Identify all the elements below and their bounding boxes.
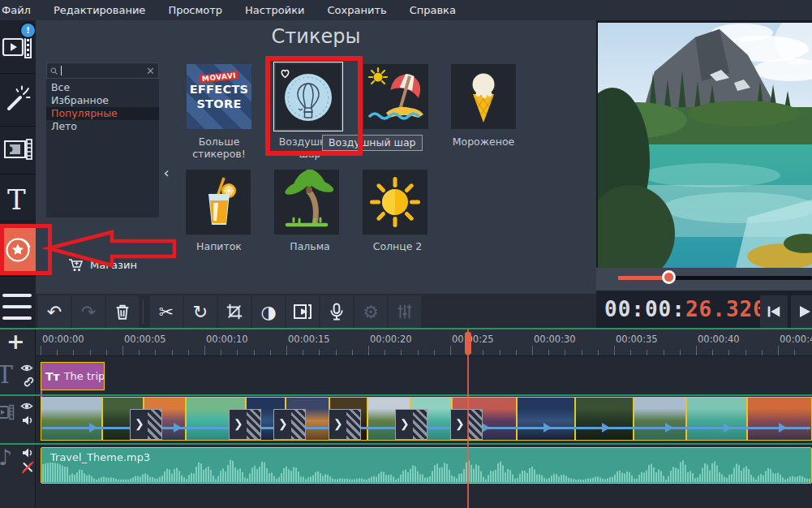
menu-help[interactable]: Справка (398, 4, 467, 16)
crop-icon (226, 303, 243, 321)
slideshow-button[interactable] (286, 295, 319, 328)
transition-chevron-icon: ❯ (333, 417, 343, 430)
clear-search-icon[interactable]: ✕ (146, 66, 155, 76)
timecode-display: 00:00:26.320 (604, 297, 767, 321)
menu-edit[interactable]: Редактирование (42, 4, 157, 16)
transition-badge[interactable]: ❯ (229, 409, 261, 440)
drink-icon (186, 170, 251, 235)
sticker-tile-beach[interactable] (363, 64, 428, 129)
transition-badge[interactable]: ❯ (329, 409, 361, 440)
sticker-tile-sun[interactable] (363, 170, 427, 235)
ruler-tick (336, 350, 337, 355)
crop-button[interactable] (218, 295, 251, 328)
add-track-button[interactable]: + (6, 329, 25, 354)
category-popular[interactable]: Популярные (46, 107, 159, 120)
transition-chevron-icon: ❯ (234, 417, 243, 430)
ruler-tick (319, 350, 320, 355)
skip-start-icon (765, 305, 783, 318)
ruler-tick (516, 350, 517, 355)
video-track-icon (0, 404, 15, 420)
video-clip[interactable] (517, 397, 575, 441)
collapse-panel-button[interactable]: ‹ (160, 158, 173, 186)
category-summer[interactable]: Лето (46, 120, 159, 133)
slide-transition-icon (293, 303, 312, 321)
separator-line (0, 394, 812, 396)
sticker-tile-palm[interactable] (274, 170, 339, 235)
category-list: Все Избранное Популярные Лето (46, 79, 159, 217)
menu-save[interactable]: Сохранить (316, 4, 398, 16)
color-adjustments-button[interactable]: ◑ (252, 295, 285, 328)
clip-link-arrow-icon (89, 423, 97, 433)
link-track-icon[interactable] (22, 375, 34, 387)
ruler-label: 00:00:00 (42, 334, 84, 345)
play-button[interactable] (791, 295, 812, 328)
undo-button[interactable]: ↶ (38, 295, 71, 328)
video-clip[interactable] (747, 397, 812, 441)
title-track-visibility-eye-icon[interactable] (20, 363, 33, 373)
record-audio-button[interactable] (320, 295, 353, 328)
ruler-tick (401, 350, 402, 355)
ruler-label: 00:00:10 (206, 334, 248, 345)
microphone-icon (327, 303, 346, 321)
transition-badge[interactable]: ❯ (395, 409, 427, 440)
transition-badge[interactable]: ❯ (130, 409, 162, 440)
audio-track-speaker-icon[interactable] (22, 447, 34, 458)
video-track-speaker-icon[interactable] (22, 415, 34, 426)
delete-button[interactable] (106, 295, 139, 328)
clip-link-arrow-icon (665, 423, 673, 433)
sticker-tile-effects-store[interactable]: MOVAVI EFFECTS STORE (187, 64, 251, 129)
category-favorites[interactable]: Избранное (46, 94, 159, 107)
ruler-tick (204, 346, 205, 355)
title-clip-label: The trip (64, 370, 105, 382)
sidebar-item-filters[interactable] (3, 84, 32, 113)
trash-icon (114, 303, 131, 321)
redo-button[interactable]: ↷ (72, 295, 105, 328)
ruler-label: 00:00:30 (534, 334, 576, 345)
sticker-tile-icecream[interactable] (451, 64, 516, 129)
rotate-icon: ↻ (193, 302, 208, 322)
tile-label-store: Больше стикеров! (181, 136, 257, 160)
playhead-marker[interactable] (465, 332, 471, 355)
split-button[interactable]: ✂ (150, 295, 183, 328)
cart-icon (68, 258, 84, 272)
ruler-tick (664, 350, 664, 355)
skip-to-start-button[interactable] (760, 295, 788, 328)
transition-badge[interactable]: ❯ (450, 409, 483, 440)
sticker-tile-drink[interactable] (186, 170, 251, 235)
ruler-tick (90, 350, 91, 355)
video-track-visibility-eye-icon[interactable] (20, 401, 33, 411)
ruler-tick (172, 350, 173, 355)
tile-label-palm: Пальма (272, 240, 348, 252)
store-button[interactable]: Магазин (46, 254, 159, 276)
seek-slider-handle[interactable] (662, 270, 676, 284)
rotate-button[interactable]: ↻ (184, 295, 217, 328)
video-clip[interactable] (41, 397, 102, 441)
menu-file[interactable]: Файл (0, 4, 42, 16)
transition-badge[interactable]: ❯ (273, 409, 306, 440)
settings-button[interactable]: ⚙ (354, 295, 387, 328)
search-input[interactable] (65, 65, 143, 76)
menu-settings[interactable]: Настройки (234, 4, 316, 16)
video-clip[interactable] (575, 397, 634, 441)
sidebar-item-transitions[interactable] (3, 135, 33, 164)
unlink-audio-scissors-icon[interactable] (22, 461, 34, 474)
separator-line (0, 443, 812, 445)
properties-button[interactable] (389, 295, 421, 328)
sidebar-item-titles[interactable]: T (7, 183, 26, 216)
ruler-tick (368, 346, 369, 355)
transition-chevron-icon: ❯ (455, 417, 465, 430)
sun-icon (363, 170, 427, 235)
title-clip[interactable]: Tт The trip (41, 362, 105, 390)
divider (0, 73, 36, 74)
playhead-line[interactable] (467, 329, 469, 508)
ruler-tick (57, 350, 58, 355)
sidebar-item-menu[interactable] (0, 288, 36, 329)
sticker-search-box[interactable]: ✕ (46, 62, 159, 79)
ruler-label: 00:00:40 (698, 334, 740, 345)
clip-link-arrow-icon (543, 423, 552, 433)
video-clip[interactable] (686, 397, 747, 441)
video-clip[interactable] (634, 397, 686, 441)
contrast-icon: ◑ (260, 302, 276, 322)
category-all[interactable]: Все (46, 81, 159, 94)
menu-view[interactable]: Просмотр (157, 4, 234, 16)
